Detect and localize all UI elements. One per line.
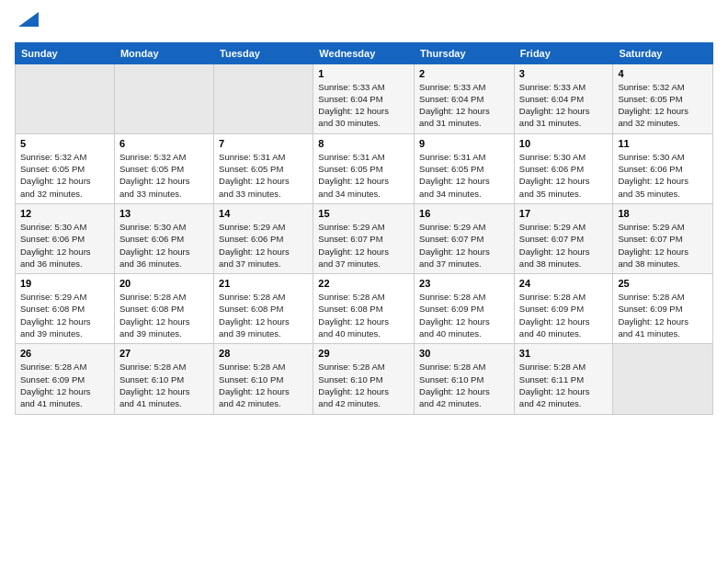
calendar-week-2: 5Sunrise: 5:32 AM Sunset: 6:05 PM Daylig… (16, 133, 713, 203)
calendar-cell: 24Sunrise: 5:28 AM Sunset: 6:09 PM Dayli… (514, 274, 613, 344)
calendar-cell: 18Sunrise: 5:29 AM Sunset: 6:07 PM Dayli… (613, 203, 713, 273)
calendar-cell: 31Sunrise: 5:28 AM Sunset: 6:11 PM Dayli… (514, 344, 613, 414)
day-number: 4 (618, 68, 708, 79)
calendar-cell: 8Sunrise: 5:31 AM Sunset: 6:05 PM Daylig… (313, 133, 415, 203)
day-info: Sunrise: 5:31 AM Sunset: 6:05 PM Dayligh… (318, 151, 409, 200)
calendar-cell: 28Sunrise: 5:28 AM Sunset: 6:10 PM Dayli… (214, 344, 313, 414)
day-number: 14 (219, 208, 308, 219)
day-number: 7 (219, 138, 308, 149)
day-info: Sunrise: 5:29 AM Sunset: 6:06 PM Dayligh… (219, 221, 308, 270)
day-number: 17 (519, 208, 609, 219)
calendar-cell: 6Sunrise: 5:32 AM Sunset: 6:05 PM Daylig… (114, 133, 213, 203)
day-info: Sunrise: 5:28 AM Sunset: 6:10 PM Dayligh… (119, 361, 209, 409)
day-number: 10 (519, 138, 609, 149)
calendar-cell: 23Sunrise: 5:28 AM Sunset: 6:09 PM Dayli… (415, 274, 515, 344)
calendar-cell: 11Sunrise: 5:30 AM Sunset: 6:06 PM Dayli… (613, 133, 713, 203)
header-thursday: Thursday (415, 42, 515, 63)
day-info: Sunrise: 5:33 AM Sunset: 6:04 PM Dayligh… (519, 81, 609, 130)
day-number: 30 (419, 348, 509, 359)
calendar-cell: 12Sunrise: 5:30 AM Sunset: 6:06 PM Dayli… (16, 203, 115, 273)
day-info: Sunrise: 5:28 AM Sunset: 6:08 PM Dayligh… (119, 291, 209, 339)
day-number: 25 (618, 278, 708, 289)
day-info: Sunrise: 5:29 AM Sunset: 6:07 PM Dayligh… (519, 221, 609, 270)
calendar-cell: 14Sunrise: 5:29 AM Sunset: 6:06 PM Dayli… (214, 203, 313, 273)
header-monday: Monday (114, 42, 213, 63)
calendar-week-4: 19Sunrise: 5:29 AM Sunset: 6:08 PM Dayli… (16, 274, 713, 344)
day-info: Sunrise: 5:28 AM Sunset: 6:08 PM Dayligh… (219, 291, 308, 339)
day-number: 9 (419, 138, 509, 149)
day-info: Sunrise: 5:28 AM Sunset: 6:11 PM Dayligh… (519, 361, 609, 409)
calendar-cell: 2Sunrise: 5:33 AM Sunset: 6:04 PM Daylig… (415, 63, 515, 133)
calendar-cell: 27Sunrise: 5:28 AM Sunset: 6:10 PM Dayli… (114, 344, 213, 414)
calendar-cell: 25Sunrise: 5:28 AM Sunset: 6:09 PM Dayli… (613, 274, 713, 344)
day-info: Sunrise: 5:31 AM Sunset: 6:05 PM Dayligh… (419, 151, 509, 200)
calendar-cell (16, 63, 115, 133)
calendar-cell: 20Sunrise: 5:28 AM Sunset: 6:08 PM Dayli… (114, 274, 213, 344)
day-number: 8 (318, 138, 409, 149)
day-number: 12 (20, 208, 109, 219)
day-number: 26 (20, 348, 109, 359)
day-number: 20 (119, 278, 209, 289)
day-info: Sunrise: 5:28 AM Sunset: 6:08 PM Dayligh… (318, 291, 409, 339)
day-number: 24 (519, 278, 609, 289)
day-number: 21 (219, 278, 308, 289)
calendar-cell: 5Sunrise: 5:32 AM Sunset: 6:05 PM Daylig… (16, 133, 115, 203)
calendar-table: SundayMondayTuesdayWednesdayThursdayFrid… (15, 42, 713, 415)
calendar-cell (214, 63, 313, 133)
header-saturday: Saturday (613, 42, 713, 63)
day-number: 22 (318, 278, 409, 289)
day-info: Sunrise: 5:30 AM Sunset: 6:06 PM Dayligh… (20, 221, 109, 270)
day-info: Sunrise: 5:28 AM Sunset: 6:09 PM Dayligh… (419, 291, 509, 339)
calendar-week-5: 26Sunrise: 5:28 AM Sunset: 6:09 PM Dayli… (16, 344, 713, 414)
svg-marker-0 (18, 12, 39, 27)
day-info: Sunrise: 5:30 AM Sunset: 6:06 PM Dayligh… (119, 221, 209, 270)
calendar-cell (613, 344, 713, 414)
calendar-cell: 19Sunrise: 5:29 AM Sunset: 6:08 PM Dayli… (16, 274, 115, 344)
day-number: 16 (419, 208, 509, 219)
day-info: Sunrise: 5:30 AM Sunset: 6:06 PM Dayligh… (618, 151, 708, 200)
calendar-cell: 10Sunrise: 5:30 AM Sunset: 6:06 PM Dayli… (514, 133, 613, 203)
day-info: Sunrise: 5:30 AM Sunset: 6:06 PM Dayligh… (519, 151, 609, 200)
day-number: 15 (318, 208, 409, 219)
calendar-cell: 9Sunrise: 5:31 AM Sunset: 6:05 PM Daylig… (415, 133, 515, 203)
day-number: 28 (219, 348, 308, 359)
day-number: 18 (618, 208, 708, 219)
day-info: Sunrise: 5:28 AM Sunset: 6:10 PM Dayligh… (318, 361, 409, 409)
calendar-cell: 22Sunrise: 5:28 AM Sunset: 6:08 PM Dayli… (313, 274, 415, 344)
calendar-header-row: SundayMondayTuesdayWednesdayThursdayFrid… (16, 42, 713, 63)
calendar-week-3: 12Sunrise: 5:30 AM Sunset: 6:06 PM Dayli… (16, 203, 713, 273)
day-info: Sunrise: 5:29 AM Sunset: 6:07 PM Dayligh… (419, 221, 509, 270)
day-info: Sunrise: 5:28 AM Sunset: 6:10 PM Dayligh… (419, 361, 509, 409)
logo-icon (18, 12, 39, 27)
day-info: Sunrise: 5:32 AM Sunset: 6:05 PM Dayligh… (618, 81, 708, 130)
calendar-cell: 3Sunrise: 5:33 AM Sunset: 6:04 PM Daylig… (514, 63, 613, 133)
day-info: Sunrise: 5:31 AM Sunset: 6:05 PM Dayligh… (219, 151, 308, 200)
day-info: Sunrise: 5:29 AM Sunset: 6:08 PM Dayligh… (20, 291, 109, 339)
day-info: Sunrise: 5:29 AM Sunset: 6:07 PM Dayligh… (318, 221, 409, 270)
header-tuesday: Tuesday (214, 42, 313, 63)
page-header (15, 15, 713, 35)
day-number: 31 (519, 348, 609, 359)
day-info: Sunrise: 5:33 AM Sunset: 6:04 PM Dayligh… (419, 81, 509, 130)
calendar-cell: 15Sunrise: 5:29 AM Sunset: 6:07 PM Dayli… (313, 203, 415, 273)
calendar-cell: 7Sunrise: 5:31 AM Sunset: 6:05 PM Daylig… (214, 133, 313, 203)
day-number: 23 (419, 278, 509, 289)
calendar-cell: 13Sunrise: 5:30 AM Sunset: 6:06 PM Dayli… (114, 203, 213, 273)
day-number: 13 (119, 208, 209, 219)
calendar-cell: 26Sunrise: 5:28 AM Sunset: 6:09 PM Dayli… (16, 344, 115, 414)
calendar-cell: 16Sunrise: 5:29 AM Sunset: 6:07 PM Dayli… (415, 203, 515, 273)
calendar-cell (114, 63, 213, 133)
calendar-cell: 17Sunrise: 5:29 AM Sunset: 6:07 PM Dayli… (514, 203, 613, 273)
day-info: Sunrise: 5:29 AM Sunset: 6:07 PM Dayligh… (618, 221, 708, 270)
logo (15, 15, 39, 35)
day-number: 19 (20, 278, 109, 289)
day-number: 2 (419, 68, 509, 79)
day-info: Sunrise: 5:28 AM Sunset: 6:09 PM Dayligh… (20, 361, 109, 409)
day-info: Sunrise: 5:28 AM Sunset: 6:10 PM Dayligh… (219, 361, 308, 409)
day-number: 1 (318, 68, 409, 79)
calendar-cell: 30Sunrise: 5:28 AM Sunset: 6:10 PM Dayli… (415, 344, 515, 414)
day-number: 29 (318, 348, 409, 359)
day-info: Sunrise: 5:32 AM Sunset: 6:05 PM Dayligh… (20, 151, 109, 200)
day-info: Sunrise: 5:33 AM Sunset: 6:04 PM Dayligh… (318, 81, 409, 130)
day-number: 27 (119, 348, 209, 359)
